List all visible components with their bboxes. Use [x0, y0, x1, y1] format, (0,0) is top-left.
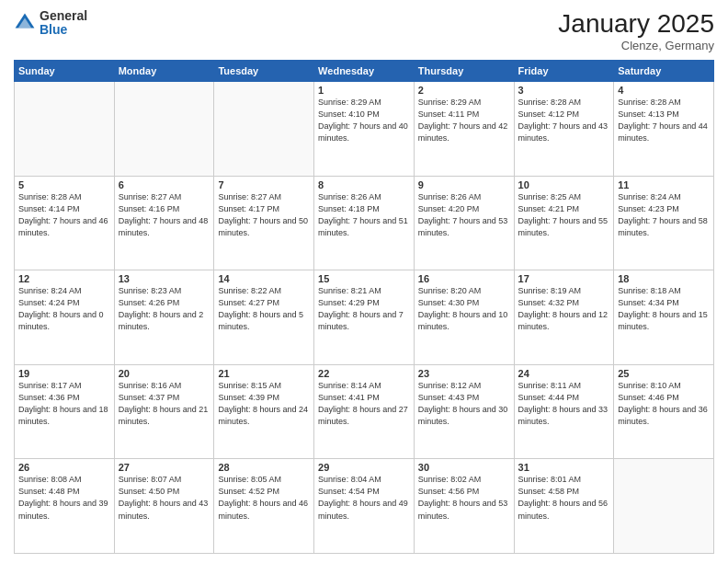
day-info: Sunrise: 8:12 AM Sunset: 4:43 PM Dayligh… — [418, 380, 510, 428]
day-number: 4 — [618, 85, 710, 96]
day-number: 27 — [119, 462, 210, 473]
day-cell: 22Sunrise: 8:14 AM Sunset: 4:41 PM Dayli… — [314, 364, 415, 459]
weekday-header-wednesday: Wednesday — [314, 61, 415, 82]
day-cell: 9Sunrise: 8:26 AM Sunset: 4:20 PM Daylig… — [414, 176, 514, 270]
weekday-header-thursday: Thursday — [414, 61, 514, 82]
day-cell: 5Sunrise: 8:28 AM Sunset: 4:14 PM Daylig… — [15, 176, 115, 270]
day-cell: 12Sunrise: 8:24 AM Sunset: 4:24 PM Dayli… — [15, 270, 115, 365]
day-info: Sunrise: 8:02 AM Sunset: 4:56 PM Dayligh… — [418, 474, 510, 522]
day-cell: 20Sunrise: 8:16 AM Sunset: 4:37 PM Dayli… — [114, 364, 214, 459]
day-cell — [15, 82, 115, 177]
day-number: 29 — [318, 462, 410, 473]
day-cell: 30Sunrise: 8:02 AM Sunset: 4:56 PM Dayli… — [414, 459, 514, 554]
day-number: 2 — [418, 85, 510, 96]
day-info: Sunrise: 8:15 AM Sunset: 4:39 PM Dayligh… — [218, 380, 310, 428]
day-cell — [114, 82, 214, 177]
day-info: Sunrise: 8:23 AM Sunset: 4:26 PM Dayligh… — [119, 285, 210, 333]
location: Clenze, Germany — [558, 39, 714, 52]
day-number: 24 — [518, 368, 610, 379]
day-info: Sunrise: 8:19 AM Sunset: 4:32 PM Dayligh… — [518, 285, 610, 333]
day-number: 5 — [18, 179, 110, 190]
header: General Blue January 2025 Clenze, German… — [14, 9, 714, 52]
day-number: 10 — [518, 179, 610, 190]
day-info: Sunrise: 8:11 AM Sunset: 4:44 PM Dayligh… — [518, 380, 610, 428]
weekday-header-row: SundayMondayTuesdayWednesdayThursdayFrid… — [15, 61, 714, 82]
day-cell: 28Sunrise: 8:05 AM Sunset: 4:52 PM Dayli… — [214, 459, 314, 554]
weekday-header-friday: Friday — [514, 61, 614, 82]
day-number: 12 — [18, 273, 110, 284]
day-info: Sunrise: 8:10 AM Sunset: 4:46 PM Dayligh… — [618, 380, 710, 428]
day-cell — [214, 82, 314, 177]
day-cell: 6Sunrise: 8:27 AM Sunset: 4:16 PM Daylig… — [114, 176, 214, 270]
week-row-4: 26Sunrise: 8:08 AM Sunset: 4:48 PM Dayli… — [15, 459, 714, 554]
day-cell: 10Sunrise: 8:25 AM Sunset: 4:21 PM Dayli… — [514, 176, 614, 270]
day-cell: 14Sunrise: 8:22 AM Sunset: 4:27 PM Dayli… — [214, 270, 314, 365]
day-cell: 2Sunrise: 8:29 AM Sunset: 4:11 PM Daylig… — [414, 82, 514, 177]
day-cell: 29Sunrise: 8:04 AM Sunset: 4:54 PM Dayli… — [314, 459, 415, 554]
day-info: Sunrise: 8:28 AM Sunset: 4:13 PM Dayligh… — [618, 97, 710, 144]
day-number: 18 — [618, 273, 710, 284]
week-row-0: 1Sunrise: 8:29 AM Sunset: 4:10 PM Daylig… — [15, 82, 714, 177]
day-number: 20 — [119, 368, 210, 379]
day-cell: 13Sunrise: 8:23 AM Sunset: 4:26 PM Dayli… — [114, 270, 214, 365]
day-info: Sunrise: 8:07 AM Sunset: 4:50 PM Dayligh… — [119, 474, 210, 522]
day-number: 25 — [618, 368, 710, 379]
day-number: 22 — [318, 368, 410, 379]
day-number: 23 — [418, 368, 510, 379]
week-row-3: 19Sunrise: 8:17 AM Sunset: 4:36 PM Dayli… — [15, 364, 714, 459]
day-cell: 26Sunrise: 8:08 AM Sunset: 4:48 PM Dayli… — [15, 459, 115, 554]
page: General Blue January 2025 Clenze, German… — [0, 0, 728, 563]
day-info: Sunrise: 8:05 AM Sunset: 4:52 PM Dayligh… — [218, 474, 310, 522]
weekday-header-sunday: Sunday — [15, 61, 115, 82]
day-number: 11 — [618, 179, 710, 190]
day-info: Sunrise: 8:01 AM Sunset: 4:58 PM Dayligh… — [518, 474, 610, 522]
week-row-1: 5Sunrise: 8:28 AM Sunset: 4:14 PM Daylig… — [15, 176, 714, 270]
day-cell: 17Sunrise: 8:19 AM Sunset: 4:32 PM Dayli… — [514, 270, 614, 365]
day-number: 6 — [119, 179, 210, 190]
day-cell: 1Sunrise: 8:29 AM Sunset: 4:10 PM Daylig… — [314, 82, 415, 177]
day-info: Sunrise: 8:14 AM Sunset: 4:41 PM Dayligh… — [318, 380, 410, 428]
day-info: Sunrise: 8:04 AM Sunset: 4:54 PM Dayligh… — [318, 474, 410, 522]
month-title: January 2025 — [558, 9, 714, 39]
day-cell: 23Sunrise: 8:12 AM Sunset: 4:43 PM Dayli… — [414, 364, 514, 459]
day-info: Sunrise: 8:26 AM Sunset: 4:20 PM Dayligh… — [418, 191, 510, 239]
day-info: Sunrise: 8:20 AM Sunset: 4:30 PM Dayligh… — [418, 285, 510, 333]
day-number: 14 — [218, 273, 310, 284]
day-info: Sunrise: 8:08 AM Sunset: 4:48 PM Dayligh… — [18, 474, 110, 522]
day-info: Sunrise: 8:18 AM Sunset: 4:34 PM Dayligh… — [618, 285, 710, 333]
day-cell: 3Sunrise: 8:28 AM Sunset: 4:12 PM Daylig… — [514, 82, 614, 177]
day-cell: 25Sunrise: 8:10 AM Sunset: 4:46 PM Dayli… — [614, 364, 714, 459]
day-cell: 31Sunrise: 8:01 AM Sunset: 4:58 PM Dayli… — [514, 459, 614, 554]
day-cell: 11Sunrise: 8:24 AM Sunset: 4:23 PM Dayli… — [614, 176, 714, 270]
weekday-header-saturday: Saturday — [614, 61, 714, 82]
day-cell: 4Sunrise: 8:28 AM Sunset: 4:13 PM Daylig… — [614, 82, 714, 177]
day-number: 8 — [318, 179, 410, 190]
day-info: Sunrise: 8:24 AM Sunset: 4:23 PM Dayligh… — [618, 191, 710, 239]
day-number: 16 — [418, 273, 510, 284]
day-cell: 27Sunrise: 8:07 AM Sunset: 4:50 PM Dayli… — [114, 459, 214, 554]
day-cell: 24Sunrise: 8:11 AM Sunset: 4:44 PM Dayli… — [514, 364, 614, 459]
week-row-2: 12Sunrise: 8:24 AM Sunset: 4:24 PM Dayli… — [15, 270, 714, 365]
day-info: Sunrise: 8:17 AM Sunset: 4:36 PM Dayligh… — [18, 380, 110, 428]
day-info: Sunrise: 8:27 AM Sunset: 4:17 PM Dayligh… — [218, 191, 310, 239]
day-number: 31 — [518, 462, 610, 473]
day-cell: 19Sunrise: 8:17 AM Sunset: 4:36 PM Dayli… — [15, 364, 115, 459]
day-cell: 8Sunrise: 8:26 AM Sunset: 4:18 PM Daylig… — [314, 176, 415, 270]
day-info: Sunrise: 8:27 AM Sunset: 4:16 PM Dayligh… — [119, 191, 210, 239]
day-cell: 15Sunrise: 8:21 AM Sunset: 4:29 PM Dayli… — [314, 270, 415, 365]
day-info: Sunrise: 8:21 AM Sunset: 4:29 PM Dayligh… — [318, 285, 410, 333]
day-number: 26 — [18, 462, 110, 473]
day-info: Sunrise: 8:24 AM Sunset: 4:24 PM Dayligh… — [18, 285, 110, 333]
day-number: 1 — [318, 85, 410, 96]
day-info: Sunrise: 8:26 AM Sunset: 4:18 PM Dayligh… — [318, 191, 410, 239]
day-cell: 16Sunrise: 8:20 AM Sunset: 4:30 PM Dayli… — [414, 270, 514, 365]
day-number: 9 — [418, 179, 510, 190]
day-cell — [614, 459, 714, 554]
day-number: 15 — [318, 273, 410, 284]
day-info: Sunrise: 8:28 AM Sunset: 4:12 PM Dayligh… — [518, 97, 610, 144]
day-info: Sunrise: 8:29 AM Sunset: 4:11 PM Dayligh… — [418, 97, 510, 144]
title-block: January 2025 Clenze, Germany — [558, 9, 714, 52]
day-number: 7 — [218, 179, 310, 190]
day-info: Sunrise: 8:22 AM Sunset: 4:27 PM Dayligh… — [218, 285, 310, 333]
weekday-header-tuesday: Tuesday — [214, 61, 314, 82]
